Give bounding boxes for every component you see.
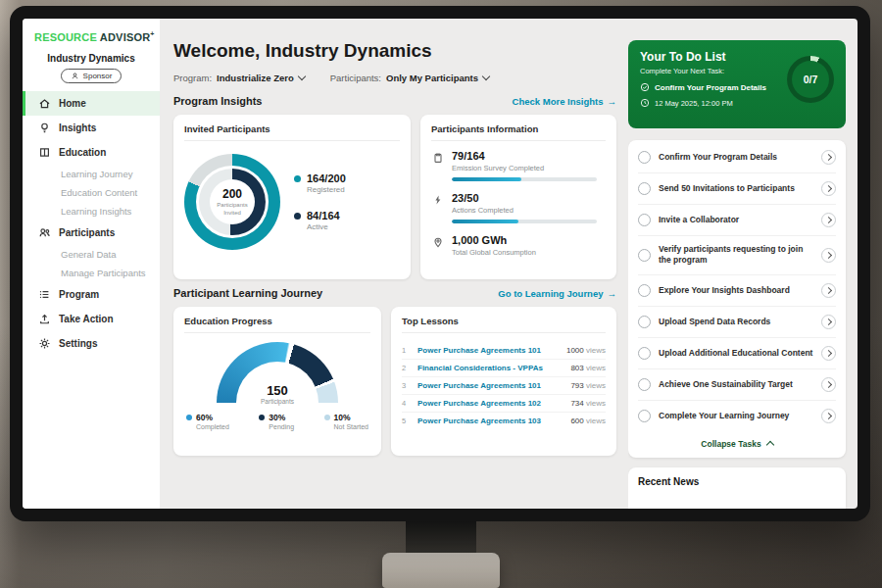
donut-legend: 164/200 Registered 84/164 Active [294,172,346,231]
task-chevron-button[interactable] [821,150,836,165]
lightning-icon [431,192,444,223]
recent-news-card: Recent News [628,467,846,509]
task-checkbox[interactable] [638,182,651,195]
sidebar-item-program[interactable]: Program [23,282,160,307]
monitor-bezel: RESOURCE ADVISOR+ Industry Dynamics Spon… [10,6,870,521]
todo-progress-ring: 0/7 [787,56,834,103]
task-label: Achieve One Sustainability Target [659,379,813,390]
program-select-label: Program: [173,73,212,83]
sidebar-item-home[interactable]: Home [23,91,160,116]
check-more-insights-link[interactable]: Check More Insights → [513,96,616,107]
learning-journey-header: Participant Learning Journey Go to Learn… [173,287,616,299]
task-chevron-button[interactable] [821,377,836,392]
lesson-rank: 5 [402,416,411,425]
sidebar-item-manage-participants[interactable]: Manage Participants [23,264,160,282]
task-checkbox[interactable] [638,214,651,226]
sidebar-item-learning-insights[interactable]: Learning Insights [23,202,160,220]
sidebar-item-education[interactable]: Education [23,140,160,165]
task-chevron-button[interactable] [821,409,836,423]
recent-news-title: Recent News [638,476,836,487]
task-label: Confirm Your Program Details [659,152,813,163]
link-label: Go to Learning Journey [498,288,603,299]
task-checkbox[interactable] [638,347,651,360]
task-checkbox[interactable] [638,316,651,328]
task-row[interactable]: Upload Additional Educational Content [638,338,836,369]
invited-participants-card: Invited Participants 200 Participants In… [173,115,411,279]
collapse-tasks-button[interactable]: Collapse Tasks [638,431,836,456]
todo-next-task: Confirm Your Program Details [640,82,787,92]
task-chevron-button[interactable] [821,213,836,227]
task-checkbox[interactable] [638,284,651,297]
task-row[interactable]: Send 50 Invitations to Participants [638,173,836,205]
sidebar-item-settings[interactable]: Settings [23,331,160,356]
participants-select[interactable]: Participants: Only My Participants [330,73,489,83]
sidebar-item-learning-journey[interactable]: Learning Journey [23,165,160,183]
task-checkbox[interactable] [638,151,651,164]
sidebar-item-participants[interactable]: Participants [23,220,160,245]
section-title: Participant Learning Journey [173,287,322,299]
task-chevron-button[interactable] [821,248,836,263]
lesson-row: 5 Power Purchase Agreements 103 600 view… [402,413,606,429]
task-chevron-button[interactable] [821,283,836,298]
task-label: Invite a Collaborator [659,215,813,225]
task-row[interactable]: Achieve One Sustainability Target [638,369,836,401]
legend-item: 84/164 Active [294,210,346,231]
task-row[interactable]: Invite a Collaborator [638,205,836,236]
legend-item: 30% Pending [259,413,294,430]
task-row[interactable]: Confirm Your Program Details [638,142,836,173]
lesson-link[interactable]: Financial Considerations - VPPAs [417,364,564,372]
task-chevron-button[interactable] [821,346,836,361]
sidebar-item-label: Learning Insights [61,206,131,217]
lesson-views-unit: views [586,381,606,390]
gauge-legend: 60% Completed 30% Pending 10% Not Starte… [184,405,370,430]
sidebar-item-label: Manage Participants [61,268,146,278]
task-checkbox[interactable] [638,249,651,262]
legend-dot [186,415,192,420]
brand-primary: RESOURCE [34,31,97,43]
clock-icon [640,98,650,108]
lesson-link[interactable]: Power Purchase Agreements 102 [417,399,564,408]
todo-progress-value: 0/7 [804,74,818,85]
legend-value: 30% [269,413,294,422]
program-select[interactable]: Program: Industrialize Zero [173,73,305,83]
program-select-value: Industrialize Zero [217,73,294,83]
legend-label: Registered [307,185,346,194]
upload-action-icon [38,313,51,325]
stat-label: Actions Completed [452,206,597,215]
task-row[interactable]: Complete Your Learning Journey [638,401,836,431]
task-chevron-button[interactable] [821,181,836,196]
legend-value: 10% [334,413,368,422]
task-row[interactable]: Verify participants requesting to join t… [638,236,836,275]
sidebar-item-general-data[interactable]: General Data [23,245,160,264]
lesson-link[interactable]: Power Purchase Agreements 101 [417,381,564,390]
task-row[interactable]: Explore Your Insights Dashboard [638,275,836,307]
sidebar-item-education-content[interactable]: Education Content [23,183,160,202]
sidebar-item-label: Participants [59,227,115,238]
task-chevron-button[interactable] [821,315,836,329]
task-checkbox[interactable] [638,378,651,391]
sidebar-item-take-action[interactable]: Take Action [23,307,160,331]
legend-value: 164/200 [307,172,346,184]
stat-value: 23/50 [452,192,597,204]
sidebar-item-insights[interactable]: Insights [23,116,160,140]
sidebar-item-label: Education Content [61,187,137,198]
arrow-right-icon: → [608,96,617,107]
brand-secondary: ADVISOR [100,31,151,43]
stat-label: Emission Survey Completed [452,164,597,172]
legend-label: Active [307,222,340,231]
organization-name: Industry Dynamics [23,53,160,64]
go-to-learning-journey-link[interactable]: Go to Learning Journey → [498,288,616,299]
lesson-link[interactable]: Power Purchase Agreements 103 [417,416,564,425]
task-checkbox[interactable] [638,410,651,422]
sidebar-item-label: Education [59,147,106,158]
gauge-center-label: Participants [217,398,338,405]
lesson-link[interactable]: Power Purchase Agreements 101 [417,346,560,355]
task-row[interactable]: Upload Spend Data Records [638,307,836,338]
main-content: Welcome, Industry Dynamics Program: Indu… [160,19,628,509]
card-title: Education Progress [184,316,370,333]
gear-icon [38,337,51,350]
chevron-up-icon [765,441,773,449]
legend-value: 60% [196,413,229,422]
lesson-views-unit: views [586,416,606,425]
card-title: Top Lessons [402,316,606,333]
